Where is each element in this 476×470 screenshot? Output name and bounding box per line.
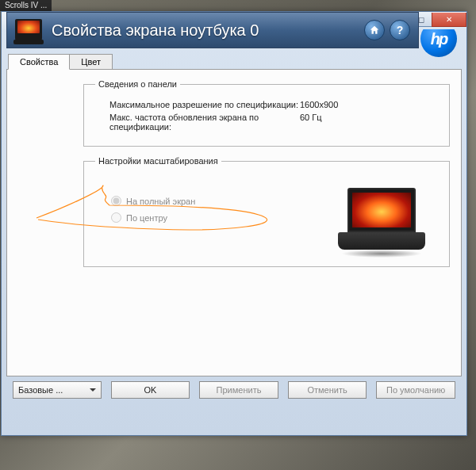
- max-resolution-value: 1600x900: [300, 100, 338, 109]
- tab-body: Сведения о панели Максимальное разрешени…: [6, 69, 462, 376]
- basics-button[interactable]: Базовые ...: [13, 381, 102, 399]
- laptop-preview-image: [338, 188, 425, 251]
- button-bar: Базовые ... OK Применить Отменить По умо…: [6, 376, 462, 399]
- tab-color[interactable]: Цвет: [69, 54, 113, 70]
- cancel-button[interactable]: Отменить: [288, 381, 367, 399]
- radio-fullscreen-label: На полный экран: [126, 197, 195, 206]
- page-title: Свойства экрана ноутбука 0: [52, 21, 364, 40]
- radio-center-label: По центру: [126, 213, 167, 223]
- page-banner: Свойства экрана ноутбука 0 ?: [6, 12, 419, 48]
- home-icon[interactable]: [364, 20, 385, 40]
- apply-button[interactable]: Применить: [199, 381, 278, 399]
- client-area: Свойства Цвет Сведения о панели Максимал…: [6, 53, 462, 399]
- basics-button-label: Базовые ...: [18, 385, 63, 395]
- tab-strip: Свойства Цвет: [8, 53, 462, 69]
- ok-button[interactable]: OK: [111, 381, 190, 399]
- taskbar-item[interactable]: Scrolls IV ...: [0, 0, 52, 11]
- notebook-icon: [15, 19, 42, 41]
- app-window: CATALYST® Control Center ─ ◻ ✕ Графика П…: [1, 11, 467, 436]
- help-icon[interactable]: ?: [390, 20, 410, 40]
- panel-info-group: Сведения о панели Максимальное разрешени…: [83, 79, 450, 147]
- chevron-down-icon: [90, 388, 96, 392]
- close-button[interactable]: ✕: [432, 13, 466, 27]
- scaling-legend: Настройки масштабирования: [95, 156, 221, 166]
- max-refresh-label: Макс. частота обновления экрана по специ…: [109, 113, 300, 132]
- scaling-group: Настройки масштабирования На полный экра…: [83, 156, 450, 267]
- max-resolution-label: Максимальное разрешение по спецификации:: [109, 100, 300, 109]
- tab-properties[interactable]: Свойства: [8, 54, 70, 70]
- max-refresh-value: 60 Гц: [300, 113, 322, 132]
- defaults-button[interactable]: По умолчанию: [376, 381, 455, 399]
- radio-fullscreen-input[interactable]: [111, 196, 121, 206]
- panel-info-legend: Сведения о панели: [95, 79, 180, 89]
- radio-center-input[interactable]: [111, 212, 121, 223]
